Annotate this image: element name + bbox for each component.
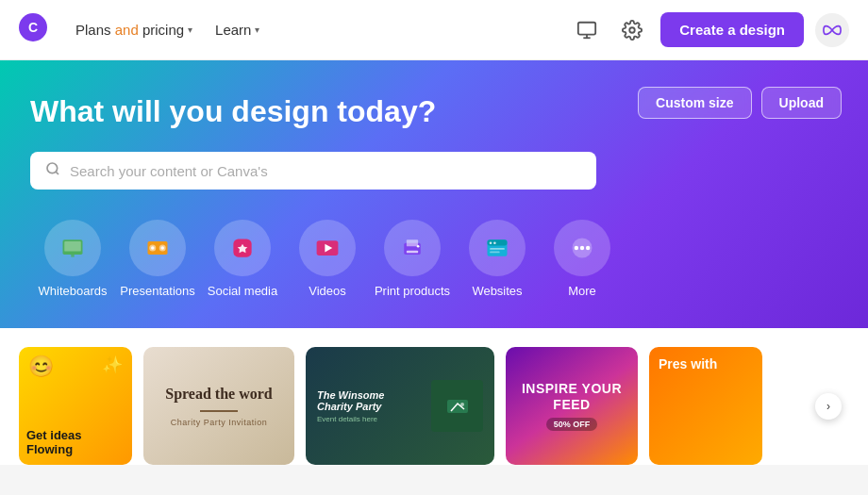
template-card-get-ideas[interactable]: 😊 ✨ Get ideas Flowing xyxy=(19,347,132,465)
videos-label: Videos xyxy=(309,284,346,298)
svg-line-7 xyxy=(56,172,58,174)
nav-learn[interactable]: Learn ▾ xyxy=(206,16,269,43)
svg-point-14 xyxy=(151,246,155,250)
svg-point-31 xyxy=(580,246,584,250)
svg-rect-20 xyxy=(407,239,418,246)
svg-rect-27 xyxy=(490,248,505,250)
card2-divider xyxy=(200,410,238,412)
category-websites[interactable]: Websites xyxy=(455,220,540,298)
main-nav: Plans and pricing ▾ Learn ▾ xyxy=(66,16,570,43)
social-media-icon xyxy=(214,220,271,276)
whiteboards-label: Whiteboards xyxy=(39,284,108,298)
user-avatar[interactable] xyxy=(815,13,849,47)
nav-plans-pricing[interactable]: Plans and pricing ▾ xyxy=(66,16,202,43)
card3-title: The Winsome Charity Party xyxy=(317,389,422,412)
social-media-label: Social media xyxy=(208,284,277,298)
svg-rect-33 xyxy=(447,400,468,413)
card1-star-icon: ✨ xyxy=(102,355,123,375)
template-card-spread-word[interactable]: Spread the word Charity Party Invitation xyxy=(143,347,294,465)
print-products-icon xyxy=(384,220,441,276)
svg-point-32 xyxy=(586,246,590,250)
svg-point-25 xyxy=(490,241,492,244)
category-whiteboards[interactable]: Whiteboards xyxy=(30,220,115,298)
search-icon xyxy=(45,161,60,180)
monitor-icon[interactable] xyxy=(570,13,604,47)
svg-rect-21 xyxy=(407,251,418,254)
svg-rect-2 xyxy=(578,22,595,34)
whiteboards-icon xyxy=(44,220,101,276)
svg-point-34 xyxy=(460,403,464,406)
card1-emoji-icon: 😊 xyxy=(28,355,54,379)
category-social-media[interactable]: Social media xyxy=(200,220,285,298)
svg-rect-9 xyxy=(64,241,81,252)
learn-label: Learn xyxy=(215,22,251,38)
presentations-icon xyxy=(129,220,186,276)
plans-chevron-icon: ▾ xyxy=(188,25,192,35)
category-presentations[interactable]: Presentations xyxy=(115,220,200,298)
template-card-charity[interactable]: The Winsome Charity Party Event details … xyxy=(306,347,494,465)
custom-size-button[interactable]: Custom size xyxy=(638,87,751,119)
category-print-products[interactable]: Print products xyxy=(370,220,455,298)
svg-point-5 xyxy=(630,27,636,33)
template-card-pres[interactable]: Pres with xyxy=(649,347,762,465)
svg-point-6 xyxy=(47,163,58,173)
videos-icon xyxy=(299,220,356,276)
websites-icon xyxy=(469,220,526,276)
search-bar xyxy=(30,152,596,190)
svg-rect-10 xyxy=(71,255,75,257)
settings-icon[interactable] xyxy=(615,13,649,47)
websites-label: Websites xyxy=(472,284,522,298)
svg-point-15 xyxy=(161,246,165,250)
svg-text:C: C xyxy=(28,20,38,35)
header-actions: Create a design xyxy=(570,12,849,47)
card1-text: Get ideas Flowing xyxy=(26,428,125,457)
more-label: More xyxy=(568,284,596,298)
hero-title: What will you design today? xyxy=(30,94,502,129)
svg-point-26 xyxy=(493,241,496,244)
canva-logo[interactable]: C xyxy=(19,13,47,47)
more-icon xyxy=(554,220,610,276)
card3-image xyxy=(431,380,483,432)
card3-subtitle: Event details here xyxy=(317,415,422,423)
card4-title: INSPIRE YOUR FEED xyxy=(515,381,628,413)
presentations-label: Presentations xyxy=(120,284,195,298)
category-more[interactable]: More xyxy=(540,220,625,298)
card2-title: Spread the word xyxy=(165,385,273,404)
template-card-inspire[interactable]: INSPIRE YOUR FEED 50% OFF xyxy=(506,347,638,465)
card2-subtitle: Charity Party Invitation xyxy=(165,418,273,427)
card1-title: Get ideas Flowing xyxy=(26,428,125,457)
svg-rect-28 xyxy=(490,252,500,254)
svg-point-22 xyxy=(417,245,420,248)
scroll-right-button[interactable]: › xyxy=(815,393,842,420)
card5-title: Pres with xyxy=(659,356,717,372)
learn-chevron-icon: ▾ xyxy=(255,25,259,35)
create-design-button[interactable]: Create a design xyxy=(660,12,804,47)
print-products-label: Print products xyxy=(375,284,450,298)
search-input[interactable] xyxy=(70,163,581,179)
nav-plans-text: Plans and pricing xyxy=(75,22,184,38)
svg-point-30 xyxy=(575,246,578,250)
header: C Plans and pricing ▾ Learn ▾ xyxy=(0,0,868,60)
upload-button[interactable]: Upload xyxy=(761,87,842,119)
card4-badge: 50% OFF xyxy=(546,418,598,431)
category-list: Whiteboards Presentations xyxy=(30,220,838,298)
hero-action-buttons: Custom size Upload xyxy=(638,87,842,119)
templates-section: 😊 ✨ Get ideas Flowing Spread the word Ch… xyxy=(0,328,868,465)
chevron-right-icon: › xyxy=(826,400,830,413)
hero-section: Custom size Upload What will you design … xyxy=(0,60,868,328)
category-videos[interactable]: Videos xyxy=(285,220,370,298)
